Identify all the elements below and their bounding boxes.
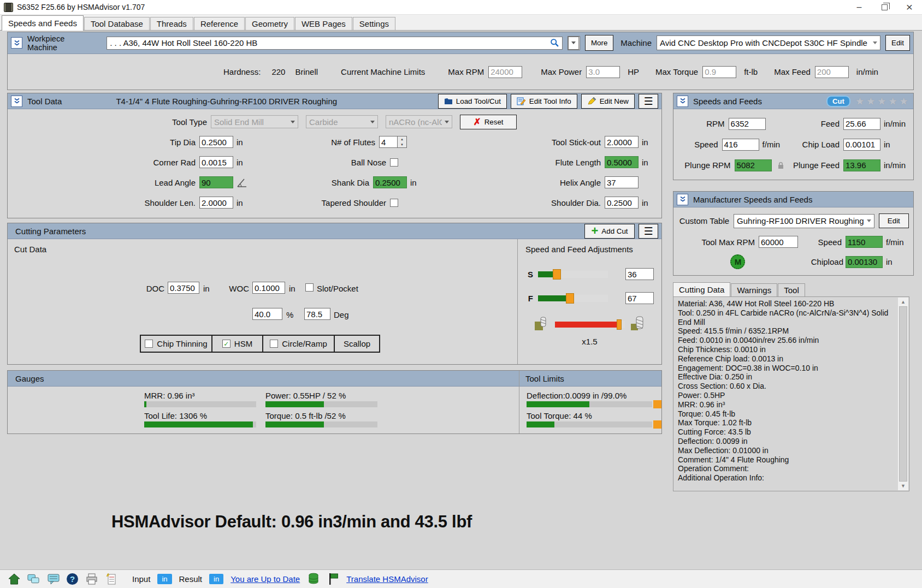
- shank-dia-input[interactable]: [373, 176, 407, 188]
- tab-cutting-data[interactable]: Cutting Data: [673, 282, 730, 297]
- flutes-spinner[interactable]: ▲ ▼: [398, 136, 407, 148]
- cutting-menu-button[interactable]: ☰: [639, 224, 658, 239]
- mf-speed-input[interactable]: [846, 236, 883, 248]
- tapered-shoulder-checkbox[interactable]: [390, 199, 398, 207]
- engagement-slider[interactable]: [555, 321, 625, 328]
- input-units-badge[interactable]: in: [157, 574, 172, 584]
- circle-ramp-checkbox[interactable]: [270, 340, 278, 348]
- tab-warnings[interactable]: Warnings: [731, 283, 777, 297]
- tab-geometry[interactable]: Geometry: [245, 17, 294, 30]
- hsm-option[interactable]: ✓ HSM: [211, 335, 263, 353]
- feed-adjust-input[interactable]: [625, 292, 654, 304]
- star-icon[interactable]: ★: [866, 96, 877, 107]
- load-tool-cut-button[interactable]: Load Tool/Cut: [438, 94, 507, 109]
- close-button[interactable]: ×: [897, 0, 922, 14]
- woc-percent-input[interactable]: [252, 308, 282, 320]
- translate-flag-button[interactable]: [327, 573, 339, 585]
- woc-input[interactable]: [252, 282, 285, 294]
- speed-input[interactable]: [722, 139, 759, 151]
- tool-max-rpm-input[interactable]: [759, 236, 798, 248]
- edit-new-button[interactable]: Edit New: [581, 94, 635, 109]
- plunge-rpm-input[interactable]: [735, 159, 772, 171]
- material-dropdown-button[interactable]: [568, 36, 580, 50]
- star-icon[interactable]: ★: [855, 96, 866, 107]
- flutes-input[interactable]: [379, 136, 398, 148]
- star-icon[interactable]: ★: [888, 96, 899, 107]
- speed-adjust-input[interactable]: [625, 268, 654, 280]
- database-button[interactable]: [307, 573, 320, 585]
- machine-edit-button[interactable]: Edit: [885, 35, 910, 51]
- tab-threads[interactable]: Threads: [150, 17, 193, 30]
- shoulder-len-input[interactable]: [199, 197, 233, 209]
- print-button[interactable]: [85, 573, 98, 585]
- speed-adjust-slider[interactable]: [538, 271, 608, 278]
- collapse-tool-data-button[interactable]: [11, 96, 22, 107]
- material-combobox[interactable]: . . . A36, 44W Hot Roll Steel 160-220 HB: [107, 37, 562, 50]
- tab-web-pages[interactable]: WEB Pages: [295, 17, 352, 30]
- feedback-button[interactable]: [47, 573, 60, 585]
- shoulder-dia-input[interactable]: [605, 197, 639, 209]
- edit-tool-info-button[interactable]: Edit Tool Info: [511, 94, 577, 109]
- scrollbar-thumb[interactable]: [899, 306, 907, 482]
- add-cut-button[interactable]: +Add Cut: [584, 224, 635, 239]
- slot-pocket-checkbox[interactable]: [305, 283, 314, 292]
- more-button[interactable]: More: [585, 35, 613, 51]
- tool-material-combobox[interactable]: Carbide: [306, 115, 378, 128]
- chip-load-input[interactable]: [843, 139, 880, 151]
- engage-angle-input[interactable]: [304, 308, 330, 320]
- report-button[interactable]: [105, 573, 117, 585]
- star-icon[interactable]: ★: [877, 96, 888, 107]
- tool-type-combobox[interactable]: Solid End Mill: [211, 115, 298, 128]
- collapse-speeds-feeds-button[interactable]: [677, 96, 688, 107]
- forum-button[interactable]: [27, 573, 40, 585]
- max-power-input[interactable]: [586, 66, 620, 78]
- machine-combobox[interactable]: Avid CNC Desktop Pro with CNCDepot S30C …: [657, 35, 880, 50]
- flute-length-input[interactable]: [605, 156, 639, 168]
- spin-down-icon[interactable]: ▼: [398, 142, 406, 147]
- tab-tool-database[interactable]: Tool Database: [84, 17, 150, 30]
- max-rpm-input[interactable]: [488, 66, 522, 78]
- tab-reference[interactable]: Reference: [194, 17, 245, 30]
- feed-slider-handle[interactable]: [566, 293, 574, 304]
- help-button[interactable]: ?: [67, 573, 78, 585]
- search-icon[interactable]: [550, 38, 559, 47]
- tool-data-menu-button[interactable]: ☰: [639, 94, 658, 109]
- stickout-input[interactable]: [605, 136, 639, 148]
- minimize-button[interactable]: –: [847, 0, 872, 14]
- spin-up-icon[interactable]: ▲: [398, 136, 406, 142]
- rating-stars[interactable]: ★★★★★: [855, 95, 910, 108]
- result-units-badge[interactable]: in: [209, 574, 223, 584]
- tip-dia-input[interactable]: [199, 136, 233, 148]
- speed-slider-handle[interactable]: [553, 269, 561, 280]
- tab-speeds-and-feeds[interactable]: Speeds and Feeds: [2, 15, 84, 31]
- feed-input[interactable]: [843, 118, 880, 130]
- scroll-up-icon[interactable]: ▲: [901, 299, 906, 305]
- star-icon[interactable]: ★: [899, 96, 910, 107]
- max-torque-input[interactable]: [702, 66, 736, 78]
- engagement-slider-handle[interactable]: [617, 319, 622, 330]
- max-feed-input[interactable]: [815, 66, 849, 78]
- lead-angle-input[interactable]: [199, 176, 233, 188]
- custom-table-combobox[interactable]: Guhring-RF100 DRIVER Roughing: [734, 214, 874, 228]
- chip-thinning-option[interactable]: Chip Thinning: [140, 335, 212, 353]
- coating-combobox[interactable]: nACRo (nc-AlC: [386, 115, 452, 128]
- update-status-link[interactable]: You are Up to Date: [230, 574, 300, 584]
- home-button[interactable]: [8, 573, 20, 585]
- corner-rad-input[interactable]: [199, 156, 233, 168]
- reset-button[interactable]: ✗Reset: [460, 115, 517, 129]
- restore-button[interactable]: [872, 0, 897, 14]
- circle-ramp-option[interactable]: Circle/Ramp: [262, 335, 335, 353]
- custom-table-edit-button[interactable]: Edit: [879, 213, 909, 228]
- chip-thinning-checkbox[interactable]: [145, 340, 153, 348]
- scroll-down-icon[interactable]: ▼: [901, 483, 906, 489]
- translate-link[interactable]: Translate HSMAdvisor: [346, 574, 428, 584]
- tab-settings[interactable]: Settings: [353, 17, 395, 30]
- rpm-input[interactable]: [729, 118, 766, 130]
- chipload-input[interactable]: [846, 256, 883, 268]
- collapse-manufacturer-button[interactable]: [677, 194, 688, 205]
- tab-tool[interactable]: Tool: [778, 283, 805, 297]
- ball-nose-checkbox[interactable]: [390, 158, 398, 167]
- plunge-feed-input[interactable]: [843, 159, 880, 171]
- helix-angle-input[interactable]: [605, 176, 639, 188]
- doc-input[interactable]: [168, 282, 199, 294]
